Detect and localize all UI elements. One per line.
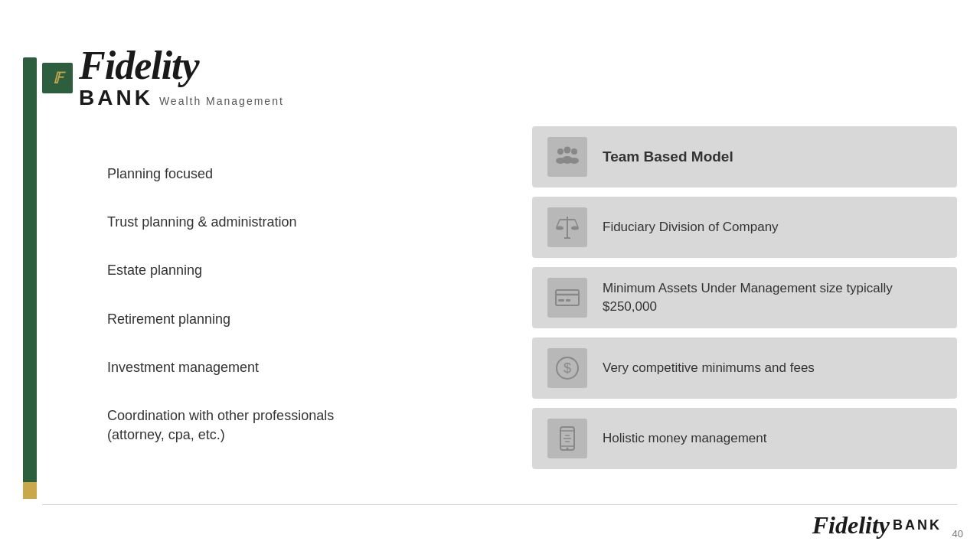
fiduciary-division-card: Fiduciary Division of Company <box>532 197 957 258</box>
svg-text:$: $ <box>564 360 571 376</box>
svg-point-11 <box>571 227 579 230</box>
list-item: Investment management <box>107 358 334 377</box>
list-item: Planning focused <box>107 165 334 184</box>
logo-icon: 𝔽 <box>42 63 73 93</box>
svg-point-10 <box>556 227 564 230</box>
bottom-logo-bank: BANK <box>893 517 942 533</box>
competitive-fees-card: $ Very competitive minimums and fees <box>532 337 957 399</box>
minimum-assets-card: Minimum Assets Under Management size typ… <box>532 267 957 328</box>
list-item: Coordination with other professionals(at… <box>107 406 334 445</box>
svg-rect-15 <box>558 299 564 302</box>
left-green-bar <box>23 57 37 490</box>
mobile-icon <box>547 419 587 458</box>
svg-rect-13 <box>556 290 579 305</box>
left-gold-bar <box>23 482 37 499</box>
fiduciary-division-text: Fiduciary Division of Company <box>603 218 779 236</box>
svg-point-0 <box>557 148 564 155</box>
logo-wealth-management: Wealth Management <box>159 95 284 107</box>
right-content: Team Based Model Fiduciary Division of C… <box>532 126 957 478</box>
minimum-assets-text: Minimum Assets Under Management size typ… <box>603 279 942 316</box>
svg-point-22 <box>567 448 569 450</box>
team-based-model-card: Team Based Model <box>532 126 957 187</box>
logo-text: Fidelity BANK Wealth Management <box>79 46 284 110</box>
bottom-divider <box>42 504 957 505</box>
bottom-logo: Fidelity BANK <box>812 511 942 540</box>
competitive-fees-text: Very competitive minimums and fees <box>603 359 815 377</box>
dollar-icon: $ <box>547 348 587 388</box>
scales-icon <box>547 207 587 247</box>
svg-line-8 <box>557 220 560 227</box>
svg-rect-16 <box>566 299 570 302</box>
svg-point-2 <box>571 148 577 155</box>
card-icon <box>547 278 587 318</box>
holistic-money-card: Holistic money management <box>532 408 957 469</box>
svg-point-5 <box>570 158 579 164</box>
page-number: 40 <box>952 528 963 540</box>
list-item: Retirement planning <box>107 310 334 329</box>
left-content: Planning focused Trust planning & admini… <box>107 165 334 474</box>
bottom-logo-fidelity: Fidelity <box>812 511 890 540</box>
logo-fidelity: Fidelity <box>79 46 284 86</box>
team-based-model-text: Team Based Model <box>603 147 733 168</box>
list-item: Trust planning & administration <box>107 213 334 232</box>
logo-bank: BANK <box>79 86 153 110</box>
svg-line-9 <box>575 220 578 227</box>
people-icon <box>547 137 587 177</box>
list-item: Estate planning <box>107 261 334 280</box>
holistic-money-text: Holistic money management <box>603 429 766 448</box>
svg-point-1 <box>564 147 571 154</box>
header-logo: 𝔽 Fidelity BANK Wealth Management <box>42 46 284 110</box>
